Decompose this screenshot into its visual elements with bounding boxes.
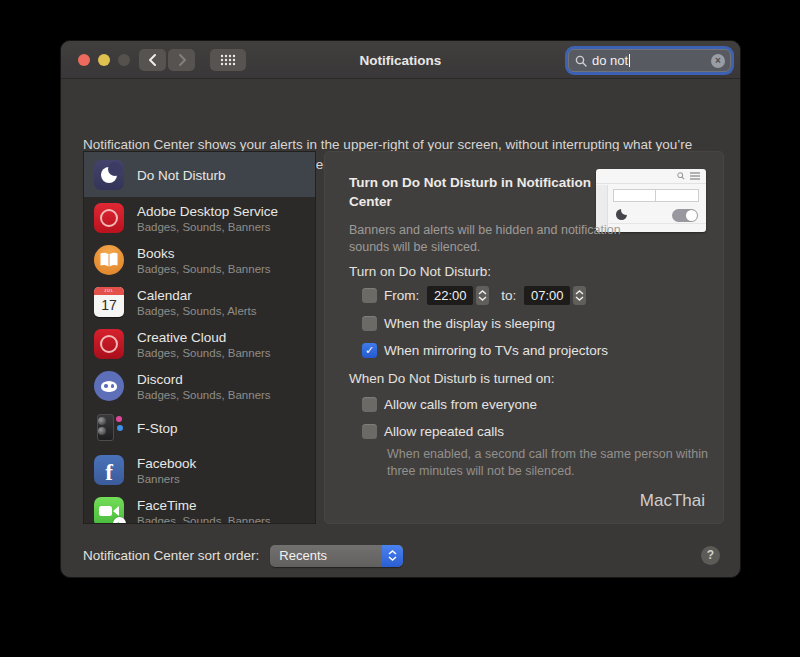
mirroring-label: When mirroring to TVs and projectors (384, 343, 608, 358)
f-stop-icon (94, 413, 124, 443)
app-subtitle: Badges, Sounds, Banners (137, 389, 271, 401)
sidebar-item-f-stop[interactable]: F-Stop (84, 407, 315, 449)
moon-icon (616, 209, 627, 220)
app-subtitle: Banners (137, 473, 196, 485)
allow-calls-row: Allow calls from everyone (362, 394, 537, 414)
do-not-disturb-icon (94, 160, 124, 190)
when-on-section-label: When Do Not Disturb is turned on: (349, 371, 555, 386)
do-not-disturb-panel: Turn on Do Not Disturb in Notification C… (324, 151, 724, 524)
sort-order-label: Notification Center sort order: (83, 548, 259, 563)
facebook-icon: f (94, 455, 124, 485)
sidebar-item-facetime[interactable]: FaceTime Badges, Sounds, Banners (84, 491, 315, 524)
creative-cloud-icon (94, 329, 124, 359)
to-time-stepper[interactable] (573, 286, 586, 305)
toggle-switch-icon (672, 209, 698, 222)
chevron-down-icon (575, 296, 584, 301)
sort-order-value: Recents (270, 548, 382, 563)
search-icon (677, 172, 685, 180)
app-label: Creative Cloud (137, 330, 271, 345)
books-icon (94, 245, 124, 275)
sidebar-item-creative-cloud[interactable]: Creative Cloud Badges, Sounds, Banners (84, 323, 315, 365)
app-label: F-Stop (137, 421, 178, 436)
schedule-checkbox[interactable] (362, 288, 377, 303)
schedule-section-label: Turn on Do Not Disturb: (349, 264, 491, 279)
discord-icon (94, 371, 124, 401)
chevron-up-icon (478, 290, 487, 295)
app-label: FaceTime (137, 498, 271, 513)
display-sleeping-row: When the display is sleeping (362, 313, 555, 333)
facetime-icon (94, 497, 124, 524)
allow-repeated-checkbox[interactable] (362, 424, 377, 439)
app-list: Do Not Disturb Adobe Desktop Service Bad… (83, 151, 316, 524)
clear-search-button[interactable]: × (711, 54, 725, 68)
text-cursor (629, 54, 630, 67)
app-label: Facebook (137, 456, 196, 471)
from-label: From: (384, 288, 419, 303)
display-sleeping-label: When the display is sleeping (384, 316, 555, 331)
mirroring-row: ✓ When mirroring to TVs and projectors (362, 340, 608, 360)
search-icon (575, 55, 587, 67)
preferences-window: Notifications do not × Notification Cent… (60, 40, 741, 578)
panel-subheading: Banners and alerts will be hidden and no… (349, 222, 634, 256)
sidebar-item-calendar[interactable]: JUL 17 Calendar Badges, Sounds, Alerts (84, 281, 315, 323)
search-value: do not (592, 53, 628, 68)
app-label: Discord (137, 372, 271, 387)
schedule-row: From: 22:00 to: 07:00 (362, 285, 586, 305)
to-time-field[interactable]: 07:00 (524, 286, 570, 305)
app-subtitle: Badges, Sounds, Banners (137, 515, 271, 525)
allow-calls-checkbox[interactable] (362, 397, 377, 412)
help-button[interactable]: ? (701, 546, 720, 565)
calendar-day: 17 (94, 295, 124, 315)
footer-bar: Notification Center sort order: Recents … (83, 544, 720, 567)
app-label: Books (137, 246, 271, 261)
title-bar: Notifications do not × (61, 41, 740, 79)
adobe-desktop-service-icon (94, 203, 124, 233)
app-subtitle: Badges, Sounds, Alerts (137, 305, 257, 317)
calendar-month: JUL (94, 287, 124, 295)
app-label: Calendar (137, 288, 257, 303)
list-icon (690, 172, 700, 180)
mirroring-checkbox[interactable]: ✓ (362, 343, 377, 358)
chevron-down-icon (388, 556, 397, 561)
display-sleeping-checkbox[interactable] (362, 316, 377, 331)
sort-order-select[interactable]: Recents (270, 545, 403, 567)
sidebar-item-discord[interactable]: Discord Badges, Sounds, Banners (84, 365, 315, 407)
sidebar-item-adobe-desktop-service[interactable]: Adobe Desktop Service Badges, Sounds, Ba… (84, 197, 315, 239)
repeated-calls-note: When enabled, a second call from the sam… (387, 446, 735, 480)
calendar-icon: JUL 17 (94, 287, 124, 317)
allow-repeated-row: Allow repeated calls (362, 421, 504, 441)
app-label: Do Not Disturb (137, 168, 226, 183)
app-subtitle: Badges, Sounds, Banners (137, 221, 278, 233)
from-time-stepper[interactable] (476, 286, 489, 305)
open-book-icon (94, 245, 124, 275)
app-subtitle: Badges, Sounds, Banners (137, 263, 271, 275)
app-label: Adobe Desktop Service (137, 204, 278, 219)
search-input[interactable]: do not × (568, 49, 731, 72)
sidebar-item-do-not-disturb[interactable]: Do Not Disturb (84, 152, 315, 197)
watermark: MacThai (640, 491, 705, 511)
select-arrows-icon (382, 545, 403, 567)
allow-repeated-label: Allow repeated calls (384, 424, 504, 439)
panel-heading: Turn on Do Not Disturb in Notification C… (349, 173, 594, 211)
chevron-up-icon (575, 290, 584, 295)
sidebar-item-books[interactable]: Books Badges, Sounds, Banners (84, 239, 315, 281)
to-label: to: (501, 288, 516, 303)
from-time-field[interactable]: 22:00 (427, 286, 473, 305)
chevron-up-icon (388, 550, 397, 555)
sidebar-item-facebook[interactable]: f Facebook Banners (84, 449, 315, 491)
chevron-down-icon (478, 296, 487, 301)
app-subtitle: Badges, Sounds, Banners (137, 347, 271, 359)
allow-calls-label: Allow calls from everyone (384, 397, 537, 412)
